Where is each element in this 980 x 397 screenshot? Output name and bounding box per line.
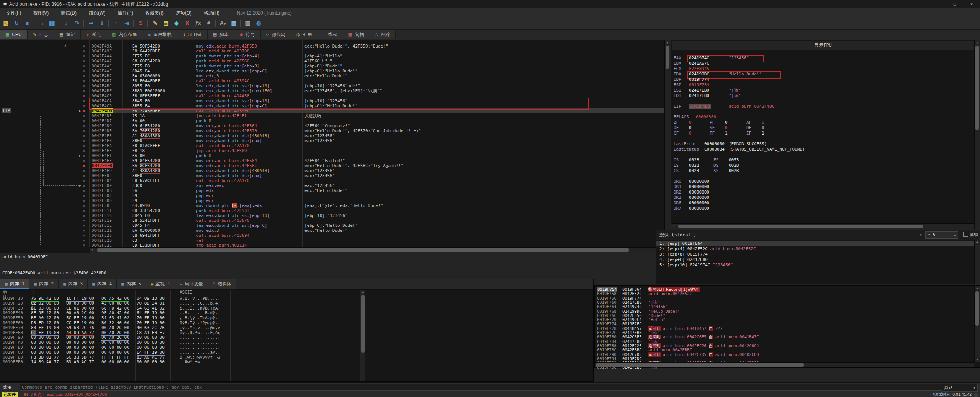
breakpoint-dot[interactable]: ● [83, 158, 87, 163]
stack-row[interactable]: 0019F78C0042EBBCacid burn.0042EBBC [595, 348, 974, 352]
registers-h-scrollbar[interactable]: ◄ ► [671, 223, 974, 229]
breakpoint-dot[interactable]: ● [83, 49, 87, 54]
asm-row[interactable]: ●0042F50933C0xor eax,eaxeax:"123456" [0, 183, 665, 188]
asm-row[interactable]: ●0042F519E8 5241FDFFcall acid burn.40367… [0, 218, 665, 223]
maximize-button[interactable]: □ [946, 0, 963, 8]
run-user-code-icon[interactable]: ⇥ [122, 18, 132, 28]
disasm-v-scrollbar[interactable]: ▲ [664, 40, 670, 253]
asm-row[interactable]: ●0042F4F16A 00push 0 [0, 153, 665, 158]
tab-断点[interactable]: ●断点 [81, 30, 106, 39]
breakpoint-dot[interactable]: ● [83, 243, 87, 248]
register-row[interactable]: ZF0PF0AF0 [671, 120, 970, 125]
run-until-return-icon[interactable]: ↑ [111, 18, 121, 28]
breakpoint-dot[interactable]: ● [83, 69, 87, 74]
dump-tab-内存 1[interactable]: ▦内存 1 [0, 279, 29, 289]
register-row[interactable]: EDX024199DC"Hello Dude!" [671, 72, 970, 77]
asm-row[interactable]: ●0042F4A4FF75 FCpush dword ptr ss:[ebp-4… [0, 54, 665, 59]
asm-row[interactable]: ●0042F50E64:8910mov dword ptr fs:[eax],e… [0, 203, 665, 208]
trace-over-icon[interactable]: ⇓ [97, 18, 107, 28]
stack-row[interactable]: 0019F7580042F52Cacid burn.0042F52C [595, 292, 974, 296]
asm-row[interactable]: ●0042F4ACFF75 F8push dword ptr ss:[ebp-8… [0, 64, 665, 69]
calling-convention-select[interactable]: 默认 (stdcall) [659, 232, 696, 238]
dump-tab-结构体[interactable]: ?结构体 [208, 279, 236, 289]
asm-row[interactable]: ●0042F4BC8D55 F0lea edx,dword ptr ss:[eb… [0, 84, 665, 89]
tab-线程[interactable]: ≈线程 [317, 30, 343, 39]
menu-调试(D)[interactable]: 调试(D) [55, 8, 83, 18]
breakpoint-dot[interactable]: ● [83, 74, 87, 79]
argument-row[interactable]: 2: [esp+4] 0042F52C acid burn.0042F52C [656, 246, 974, 252]
hash-icon[interactable]: # [204, 18, 214, 28]
argument-row[interactable]: 1: [esp] 0019F864 [656, 241, 974, 246]
asm-row[interactable]: ●0042F4DEBA 70F54200mov edx,acid burn.42… [0, 128, 665, 133]
breakpoint-dot[interactable]: ● [83, 193, 87, 198]
disasm-h-scrollbar[interactable]: ◄ ► [90, 247, 664, 253]
register-row[interactable]: LastError00000000(ERROR_SUCCESS) [671, 141, 970, 147]
menu-帮助(H)[interactable]: 帮助(H) [198, 8, 226, 18]
register-row[interactable]: EAX0241974C"123456" [671, 56, 970, 61]
register-row[interactable]: EDI02417EB0"|谛" [671, 93, 970, 98]
menu-插件(P)[interactable]: 插件(P) [111, 8, 139, 18]
tab-日志[interactable]: ✎日志 [28, 30, 54, 39]
tab-内存布局[interactable]: ▥内存布局 [106, 30, 142, 39]
asm-row[interactable]: ●0042F4F8BA 8CF54200mov edx,acid burn.42… [0, 163, 665, 168]
asm-row[interactable]: ●0042F52BC3ret [0, 238, 665, 243]
breakpoint-dot[interactable]: ● [83, 79, 87, 84]
tab-脚本[interactable]: ▤脚本 [208, 30, 234, 39]
breakpoint-dot[interactable]: ● [83, 143, 87, 148]
breakpoint-dot[interactable]: ● [83, 123, 87, 128]
tab-SEH链[interactable]: §SEH链 [177, 30, 208, 39]
breakpoint-dot[interactable]: ● [83, 54, 87, 59]
asm-row[interactable]: ●0042F4EFEB 18jmp acid burn.42F509 [0, 148, 665, 153]
breakpoint-dot[interactable]: ● [83, 133, 87, 138]
asm-row[interactable]: ●0042F526E8 6941FDFFcall acid burn.40369… [0, 233, 665, 238]
breakpoint-dot[interactable]: ● [83, 44, 87, 49]
breakpoint-dot[interactable]: ● [83, 118, 87, 123]
breakpoint-dot[interactable]: ● [83, 94, 87, 98]
asm-row[interactable]: ●0042F49ABA 50F54200mov edx,acid burn.42… [0, 44, 665, 49]
breakpoint-dot[interactable]: ● [83, 98, 87, 103]
argument-count-spinner[interactable]: ▾5 ▴ [925, 231, 958, 239]
asm-row[interactable]: ●0042F50C59pop ecx [0, 193, 665, 198]
stack-row[interactable]: 0019F7900042C7D5返回到 acid burn.0042C7D5 自… [595, 353, 974, 357]
dump-tab-内存 4[interactable]: ▦内存 4 [88, 279, 117, 289]
open-file-icon[interactable]: ▨ [1, 18, 11, 28]
dump-tab-内存 5[interactable]: ▦内存 5 [117, 279, 146, 289]
register-row[interactable]: DR000000000 [671, 179, 970, 184]
register-row[interactable]: EFLAGS00000300 [671, 115, 970, 120]
trace-into-icon[interactable]: ⇒ [86, 18, 96, 28]
scylla-icon[interactable]: S [136, 18, 146, 28]
dump-v-scrollbar[interactable]: ▲ [360, 290, 365, 381]
asm-row[interactable]: ●0042F50B5Apop edxedx:"Hello Dude!" [0, 188, 665, 193]
breakpoint-dot[interactable]: ● [83, 163, 87, 168]
breakpoint-dot[interactable]: ● [83, 233, 87, 238]
stack-v-scrollbar[interactable]: ▲ ▼ [974, 286, 980, 362]
show-fpu-button[interactable]: 显示FPU [672, 41, 974, 50]
breakpoint-dot[interactable]: ● [83, 103, 87, 108]
breakpoint-dot[interactable]: ● [83, 203, 87, 208]
breakpoint-dot[interactable]: ● [83, 108, 87, 113]
tab-CPU[interactable]: ▦CPU [0, 30, 28, 39]
asm-row[interactable]: ●0042F50D59pop ecx [0, 198, 665, 203]
register-row[interactable]: DR600000000 [671, 200, 970, 206]
label-icon[interactable]: ◈ [172, 18, 182, 28]
memmap-icon[interactable]: ▥ [243, 18, 253, 28]
tab-引用[interactable]: ◎引用 [291, 30, 318, 39]
asm-row[interactable]: ●0042F4B2BA 03000000mov edx,3edx:"Hello … [0, 74, 665, 79]
asm-row[interactable]: ●0042F4B7E8 F044FDFFcall acid burn.4039A… [0, 79, 665, 84]
register-row[interactable]: EBP0019F774 [671, 77, 970, 82]
asm-row[interactable]: ●0042F51168 33F54200push acid burn.42F53… [0, 208, 665, 213]
pause-icon[interactable]: ▮▮ [47, 18, 57, 28]
unlock-checkbox[interactable]: 解锁 [963, 232, 978, 238]
register-row[interactable]: ES002BDS002B [671, 163, 970, 168]
register-row[interactable]: ESI02417EB0"|谛" [671, 88, 970, 93]
stack-row[interactable]: 0019F770024199C4"Hello" [595, 318, 974, 322]
asm-row[interactable]: ●0042F4E88B00mov eax,dword ptr ds:[eax]e… [0, 138, 665, 143]
register-row[interactable]: DR300000000 [671, 195, 970, 200]
asm-row[interactable]: ●0042F4D76A 00push 0 [0, 118, 665, 123]
breakpoint-dot[interactable]: ● [83, 183, 87, 188]
asm-row[interactable]: ●0042F4D575 1Ajne acid burn.42F4F1关键跳转 [0, 113, 665, 118]
minimize-button[interactable]: — [929, 0, 946, 8]
asm-row[interactable]: ●0042F4EAE8 81ACFFFFcall acid burn.42A17… [0, 143, 665, 148]
register-row[interactable]: DR100000000 [671, 184, 970, 190]
function-icon[interactable]: ƒx [193, 18, 203, 28]
